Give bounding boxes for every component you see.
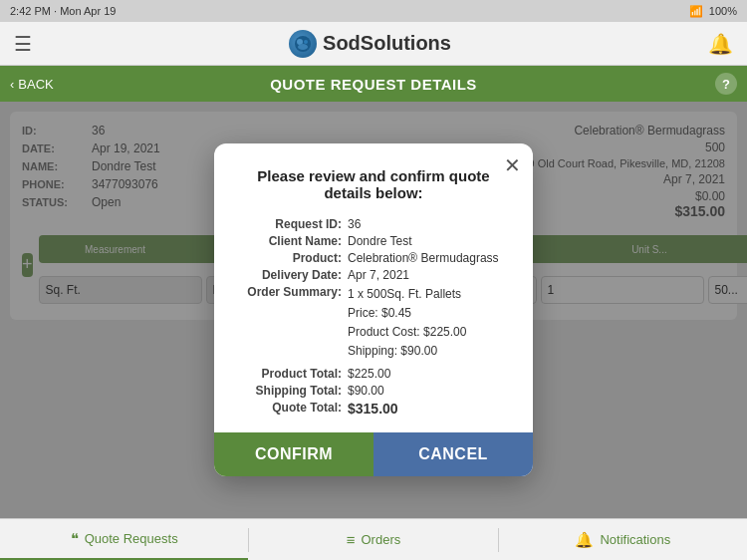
svg-point-2 — [304, 40, 308, 44]
request-id-row: Request ID: 36 — [238, 217, 509, 231]
quote-requests-icon: ❝ — [71, 530, 79, 548]
product-row: Product: Celebration® Bermudagrass — [238, 251, 509, 265]
shipping-total-row: Shipping Total: $90.00 — [238, 384, 509, 398]
hamburger-icon[interactable]: ☰ — [14, 32, 32, 56]
shipping-total-label: Shipping Total: — [238, 384, 348, 398]
order-line-2: Price: $0.45 — [348, 304, 509, 323]
back-button[interactable]: ‹ BACK — [10, 77, 54, 92]
tab-notifications[interactable]: 🔔 Notifications — [499, 519, 747, 560]
order-line-3: Product Cost: $225.00 — [348, 323, 509, 342]
wifi-icon: 📶 — [689, 5, 703, 18]
delivery-date-value: Apr 7, 2021 — [348, 268, 509, 282]
logo: SodSolutions — [289, 30, 451, 58]
logo-text: SodSolutions — [323, 32, 451, 55]
notifications-icon: 🔔 — [575, 531, 594, 549]
client-name-row: Client Name: Dondre Test — [238, 234, 509, 248]
order-line-1: 1 x 500Sq. Ft. Pallets — [348, 285, 509, 304]
quote-total-row: Quote Total: $315.00 — [238, 401, 509, 417]
sub-nav: ‹ BACK QUOTE REQUEST DETAILS ? — [0, 66, 747, 102]
back-chevron-icon: ‹ — [10, 77, 14, 92]
svg-point-3 — [298, 44, 308, 50]
help-button[interactable]: ? — [715, 73, 737, 95]
modal-overlay: ✕ Please review and confirm quote detail… — [0, 102, 747, 518]
bell-icon[interactable]: 🔔 — [708, 32, 733, 56]
product-total-row: Product Total: $225.00 — [238, 367, 509, 381]
tab-quote-requests[interactable]: ❝ Quote Requests — [0, 519, 248, 560]
product-total-label: Product Total: — [238, 367, 348, 381]
delivery-date-label: Delivery Date: — [238, 268, 348, 282]
status-time: 2:42 PM · Mon Apr 19 — [10, 5, 116, 17]
request-id-label: Request ID: — [238, 217, 348, 231]
modal-title: Please review and confirm quote details … — [238, 167, 509, 201]
status-right: 📶 100% — [689, 5, 737, 18]
confirm-modal: ✕ Please review and confirm quote detail… — [214, 143, 533, 477]
modal-close-button[interactable]: ✕ — [504, 153, 521, 177]
product-total-value: $225.00 — [348, 367, 509, 381]
quote-total-label: Quote Total: — [238, 401, 348, 417]
client-name-label: Client Name: — [238, 234, 348, 248]
back-label: BACK — [18, 77, 53, 92]
product-value: Celebration® Bermudagrass — [348, 251, 509, 265]
orders-icon: ≡ — [347, 531, 356, 548]
order-line-4: Shipping: $90.00 — [348, 342, 509, 361]
delivery-date-row: Delivery Date: Apr 7, 2021 — [238, 268, 509, 282]
modal-footer: CONFIRM CANCEL — [214, 432, 533, 476]
tab-quote-requests-label: Quote Requests — [85, 531, 178, 546]
logo-icon — [289, 30, 317, 58]
shipping-total-value: $90.00 — [348, 384, 509, 398]
page-title: QUOTE REQUEST DETAILS — [270, 76, 477, 93]
modal-body: Please review and confirm quote details … — [214, 143, 533, 418]
cancel-button[interactable]: CANCEL — [374, 432, 533, 476]
order-summary-label: Order Summary: — [238, 285, 348, 362]
tab-bar: ❝ Quote Requests ≡ Orders 🔔 Notification… — [0, 518, 747, 560]
battery-level: 100% — [709, 5, 737, 17]
order-summary-row: Order Summary: 1 x 500Sq. Ft. Pallets Pr… — [238, 285, 509, 362]
tab-orders-label: Orders — [362, 532, 401, 547]
main-content: ID: 36 DATE: Apr 19, 2021 NAME: Dondre T… — [0, 102, 747, 518]
tab-orders[interactable]: ≡ Orders — [249, 519, 497, 560]
product-label: Product: — [238, 251, 348, 265]
confirm-button[interactable]: CONFIRM — [214, 432, 374, 476]
top-nav: ☰ SodSolutions 🔔 — [0, 22, 747, 66]
quote-total-value: $315.00 — [348, 401, 509, 417]
order-summary-lines: 1 x 500Sq. Ft. Pallets Price: $0.45 Prod… — [348, 285, 509, 362]
client-name-value: Dondre Test — [348, 234, 509, 248]
tab-notifications-label: Notifications — [600, 532, 670, 547]
request-id-value: 36 — [348, 217, 509, 231]
status-bar: 2:42 PM · Mon Apr 19 📶 100% — [0, 0, 747, 22]
